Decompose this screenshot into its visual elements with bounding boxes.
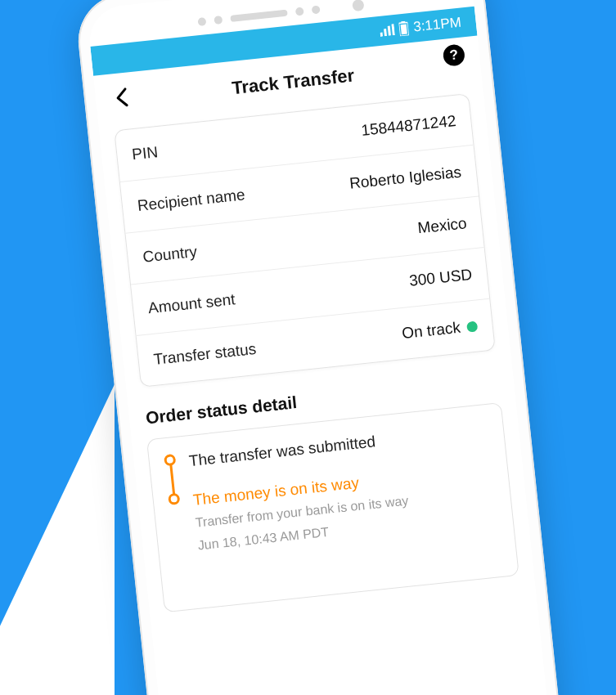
svg-rect-2 xyxy=(401,24,407,34)
background-shape xyxy=(0,384,115,695)
battery-icon xyxy=(399,20,410,36)
detail-label: PIN xyxy=(131,143,159,164)
timeline-title: The transfer was submitted xyxy=(188,421,491,471)
detail-value: 15844871242 xyxy=(361,112,457,140)
timeline-marker-icon xyxy=(168,493,180,505)
detail-value: Roberto Iglesias xyxy=(348,164,462,193)
question-icon: ? xyxy=(449,47,459,64)
phone-frame: 3:11PM Track Transfer ? PIN 15844871242 … xyxy=(74,0,564,695)
detail-value: Mexico xyxy=(416,214,467,237)
detail-label: Transfer status xyxy=(153,340,258,369)
timeline-marker-icon xyxy=(164,454,176,466)
phone-side-button xyxy=(511,249,524,322)
detail-value: 300 USD xyxy=(408,266,473,290)
status-bar-time: 3:11PM xyxy=(412,15,461,36)
status-indicator-icon xyxy=(466,321,478,332)
signal-icon xyxy=(380,24,395,37)
order-status-card: The transfer was submitted The money is … xyxy=(146,402,519,613)
transfer-details-card: PIN 15844871242 Recipient name Roberto I… xyxy=(114,93,496,388)
detail-value: On track xyxy=(401,319,461,343)
timeline-connector xyxy=(169,464,175,495)
detail-label: Amount sent xyxy=(147,290,236,317)
detail-label: Country xyxy=(142,243,197,267)
detail-label: Recipient name xyxy=(137,186,246,215)
